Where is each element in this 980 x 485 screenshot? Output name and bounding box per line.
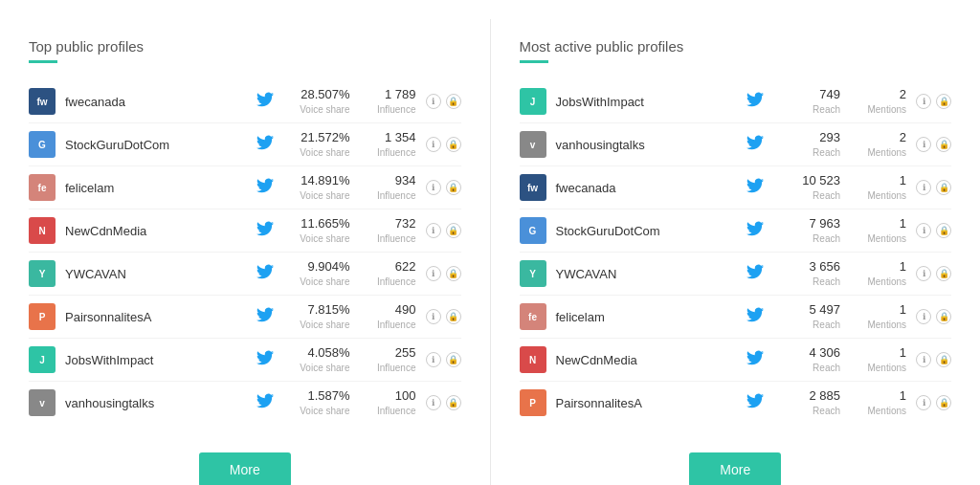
lock-icon[interactable]: 🔒 xyxy=(936,94,951,109)
left-more-button[interactable]: More xyxy=(199,452,291,485)
left-panel-title: Top public profiles xyxy=(29,38,461,55)
info-icon[interactable]: ℹ xyxy=(916,180,931,195)
lock-icon[interactable]: 🔒 xyxy=(936,223,951,238)
mentions-stat: 2 Mentions xyxy=(854,87,906,116)
avatar: fe xyxy=(520,303,546,330)
profile-name: NewCdnMedia xyxy=(65,224,256,238)
lock-icon[interactable]: 🔒 xyxy=(936,137,951,152)
twitter-icon[interactable] xyxy=(256,392,274,413)
voice-share-stat: 4.058% Voice share xyxy=(283,345,350,374)
mentions-label: Mentions xyxy=(867,276,906,287)
profile-name: vanhousingtalks xyxy=(65,396,256,410)
voice-share-label: Voice share xyxy=(300,276,349,287)
twitter-icon[interactable] xyxy=(746,392,764,413)
lock-icon[interactable]: 🔒 xyxy=(446,94,461,109)
lock-icon[interactable]: 🔒 xyxy=(446,223,461,238)
profile-name: fwecanada xyxy=(556,181,747,195)
profile-name: StockGuruDotCom xyxy=(65,138,256,152)
reach-label: Reach xyxy=(813,276,840,287)
twitter-icon[interactable] xyxy=(746,91,764,112)
twitter-icon[interactable] xyxy=(746,349,764,370)
right-more-button[interactable]: More xyxy=(689,452,781,485)
twitter-icon[interactable] xyxy=(746,306,764,327)
profile-name: vanhousingtalks xyxy=(556,138,747,152)
lock-icon[interactable]: 🔒 xyxy=(446,395,461,410)
mentions-value: 2 xyxy=(854,130,906,144)
profile-name: PairsonnalitesA xyxy=(65,310,256,324)
avatar: fw xyxy=(29,88,56,115)
influence-label: Influence xyxy=(377,276,416,287)
twitter-icon[interactable] xyxy=(256,177,274,198)
mentions-label: Mentions xyxy=(867,233,906,244)
left-panel: Top public profiles fw fwecanada 28.507%… xyxy=(0,19,491,485)
info-icon[interactable]: ℹ xyxy=(426,94,441,109)
lock-icon[interactable]: 🔒 xyxy=(936,309,951,324)
influence-label: Influence xyxy=(377,190,416,201)
mentions-value: 1 xyxy=(854,345,906,360)
twitter-icon[interactable] xyxy=(746,177,764,198)
profile-name: NewCdnMedia xyxy=(556,353,747,367)
influence-value: 100 xyxy=(364,388,416,403)
info-icon[interactable]: ℹ xyxy=(916,223,931,238)
info-icon[interactable]: ℹ xyxy=(426,309,441,324)
mentions-value: 2 xyxy=(854,87,906,101)
table-row: fw fwecanada 28.507% Voice share 1 789 I… xyxy=(29,80,461,123)
lock-icon[interactable]: 🔒 xyxy=(936,395,951,410)
twitter-icon[interactable] xyxy=(256,306,274,327)
mentions-value: 1 xyxy=(854,173,906,187)
profile-name: StockGuruDotCom xyxy=(556,224,747,238)
lock-icon[interactable]: 🔒 xyxy=(446,137,461,152)
voice-share-label: Voice share xyxy=(300,363,349,373)
info-icon[interactable]: ℹ xyxy=(916,309,931,324)
info-icon[interactable]: ℹ xyxy=(916,395,931,410)
twitter-icon[interactable] xyxy=(256,263,274,284)
info-icon[interactable]: ℹ xyxy=(916,266,931,281)
twitter-icon[interactable] xyxy=(256,349,274,370)
info-icon[interactable]: ℹ xyxy=(426,223,441,238)
reach-value: 3 656 xyxy=(773,259,840,274)
info-icon[interactable]: ℹ xyxy=(426,395,441,410)
voice-share-value: 11.665% xyxy=(283,216,350,231)
info-icon[interactable]: ℹ xyxy=(426,352,441,367)
twitter-icon[interactable] xyxy=(256,134,274,155)
info-icon[interactable]: ℹ xyxy=(426,137,441,152)
action-icons: ℹ 🔒 xyxy=(426,309,461,324)
influence-value: 490 xyxy=(364,302,416,317)
voice-share-label: Voice share xyxy=(300,104,349,115)
twitter-icon[interactable] xyxy=(256,91,274,112)
lock-icon[interactable]: 🔒 xyxy=(446,180,461,195)
lock-icon[interactable]: 🔒 xyxy=(936,180,951,195)
twitter-icon[interactable] xyxy=(746,220,764,241)
action-icons: ℹ 🔒 xyxy=(426,352,461,367)
action-icons: ℹ 🔒 xyxy=(916,180,951,195)
twitter-icon[interactable] xyxy=(256,220,274,241)
info-icon[interactable]: ℹ xyxy=(916,137,931,152)
reach-stat: 749 Reach xyxy=(773,87,840,116)
voice-share-value: 7.815% xyxy=(283,302,350,317)
table-row: G StockGuruDotCom 7 963 Reach 1 Mentions… xyxy=(520,209,952,253)
voice-share-label: Voice share xyxy=(300,320,349,330)
avatar: G xyxy=(29,131,56,158)
action-icons: ℹ 🔒 xyxy=(916,266,951,281)
lock-icon[interactable]: 🔒 xyxy=(446,309,461,324)
mentions-value: 1 xyxy=(854,302,906,317)
profile-name: felicelam xyxy=(65,181,256,195)
info-icon[interactable]: ℹ xyxy=(426,180,441,195)
lock-icon[interactable]: 🔒 xyxy=(446,266,461,281)
info-icon[interactable]: ℹ xyxy=(916,94,931,109)
lock-icon[interactable]: 🔒 xyxy=(936,266,951,281)
twitter-icon[interactable] xyxy=(746,134,764,155)
profile-name: JobsWithImpact xyxy=(65,353,256,367)
info-icon[interactable]: ℹ xyxy=(916,352,931,367)
twitter-icon[interactable] xyxy=(746,263,764,284)
reach-label: Reach xyxy=(813,320,840,330)
mentions-label: Mentions xyxy=(867,190,906,201)
mentions-stat: 2 Mentions xyxy=(854,130,906,159)
lock-icon[interactable]: 🔒 xyxy=(936,352,951,367)
lock-icon[interactable]: 🔒 xyxy=(446,352,461,367)
mentions-value: 1 xyxy=(854,388,906,403)
table-row: P PairsonnalitesA 2 885 Reach 1 Mentions… xyxy=(520,382,952,424)
influence-stat: 732 Influence xyxy=(364,216,416,245)
info-icon[interactable]: ℹ xyxy=(426,266,441,281)
profile-name: felicelam xyxy=(556,310,747,324)
